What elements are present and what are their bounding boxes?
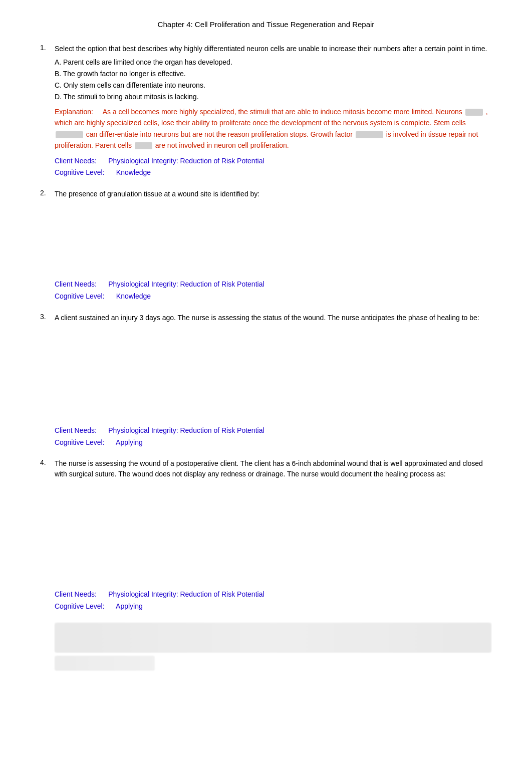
blank-growthfactor [356,131,383,138]
question-4: 4. The nurse is assessing the wound of a… [40,458,492,671]
client-needs-value-4: Physiological Integrity: Reduction of Ri… [108,590,264,598]
client-needs-value-3: Physiological Integrity: Reduction of Ri… [108,426,264,434]
questions-list: 1. Select the option that best describes… [40,44,492,671]
question-1: 1. Select the option that best describes… [40,44,492,179]
blank-stemcells [56,131,83,138]
cognitive-level-label-2: Cognitive Level: [55,292,105,300]
explanation-text-1: As a cell becomes more highly specialize… [103,108,462,116]
question-1-number: 1. [40,44,53,52]
blank-parentcells [135,142,152,149]
question-2-content: The presence of granulation tissue at a … [55,189,491,303]
question-3: 3. A client sustained an injury 3 days a… [40,313,492,449]
question-2-answer-area [55,204,491,275]
question-4-answer-area [55,484,491,585]
question-3-content: A client sustained an injury 3 days ago.… [55,313,491,449]
bottom-blurred-small [55,656,155,671]
cognitive-value-2: Knowledge [116,292,151,300]
question-2-number: 2. [40,189,53,197]
question-2: 2. The presence of granulation tissue at… [40,189,492,303]
explanation-label: Explanation: [55,108,93,116]
question-4-client-needs: Client Needs: Physiological Integrity: R… [55,589,491,613]
question-4-content: The nurse is assessing the wound of a po… [55,458,491,671]
client-needs-label-2: Client Needs: [55,280,97,288]
question-1-client-needs: Client Needs: Physiological Integrity: R… [55,155,491,179]
client-needs-label-4: Client Needs: [55,590,97,598]
client-needs-label-3: Client Needs: [55,426,97,434]
blank-neurons [465,109,483,116]
cognitive-level-label-3: Cognitive Level: [55,438,105,446]
bottom-blurred-content [55,623,491,653]
question-1-option-d: D. The stimuli to bring about mitosis is… [55,92,491,102]
question-4-text: The nurse is assessing the wound of a po… [55,458,491,479]
question-3-text: A client sustained an injury 3 days ago.… [55,313,491,323]
question-1-content: Select the option that best describes wh… [55,44,491,179]
cognitive-level-label-4: Cognitive Level: [55,602,105,610]
question-1-explanation: Explanation: As a cell becomes more high… [55,106,491,151]
question-3-number: 3. [40,313,53,321]
question-1-text: Select the option that best describes wh… [55,44,491,54]
cognitive-value-1: Knowledge [116,168,151,176]
question-2-client-needs: Client Needs: Physiological Integrity: R… [55,279,491,303]
question-3-answer-area [55,328,491,421]
page-title: Chapter 4: Cell Proliferation and Tissue… [40,20,492,29]
question-1-option-c: C. Only stem cells can differentiate int… [55,80,491,91]
client-needs-value-1: Physiological Integrity: Reduction of Ri… [108,157,264,165]
client-needs-label-1: Client Needs: [55,157,97,165]
question-1-option-b: B. The growth factor no longer is effect… [55,69,491,79]
cognitive-value-4: Applying [116,602,143,610]
question-4-number: 4. [40,458,53,466]
explanation-text-3: can differ-entiate into neurons but are … [86,130,353,138]
question-1-option-a: A. Parent cells are limited once the org… [55,57,491,68]
question-3-client-needs: Client Needs: Physiological Integrity: R… [55,425,491,449]
cognitive-level-label-1: Cognitive Level: [55,168,105,176]
explanation-text-5: are not involved in neuron cell prolifer… [155,141,289,149]
cognitive-value-3: Applying [116,438,143,446]
question-2-text: The presence of granulation tissue at a … [55,189,491,199]
client-needs-value-2: Physiological Integrity: Reduction of Ri… [108,280,264,288]
